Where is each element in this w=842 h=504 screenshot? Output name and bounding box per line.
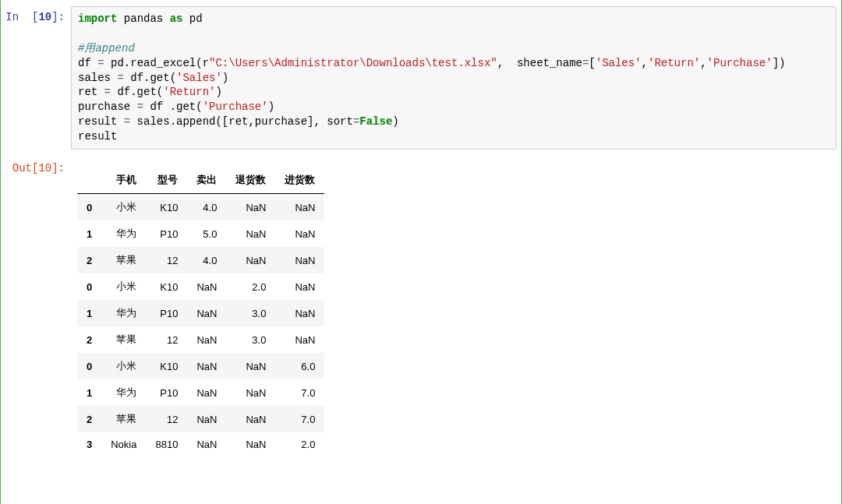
cell: 小米 xyxy=(101,273,146,300)
str-return: 'Return' xyxy=(163,86,215,98)
cell: 12 xyxy=(146,247,187,273)
code-text: pandas xyxy=(117,12,169,25)
cell: 12 xyxy=(146,406,187,432)
table-row: 1华为P10NaNNaN7.0 xyxy=(77,379,324,406)
code-text: df.get( xyxy=(111,86,163,98)
cell: NaN xyxy=(187,379,226,406)
code-text: purchase xyxy=(78,100,137,113)
code-comment: #用append xyxy=(78,42,135,55)
out-number: 10 xyxy=(38,162,51,174)
cell: 华为 xyxy=(101,379,146,406)
cell: 3.0 xyxy=(226,326,275,353)
code-text: ret xyxy=(78,86,104,98)
kw-import: import xyxy=(78,12,117,25)
kw-as: as xyxy=(170,12,183,25)
row-index: 2 xyxy=(77,326,101,353)
cell: NaN xyxy=(275,300,324,326)
cell: 3.0 xyxy=(226,300,275,326)
cell: 小米 xyxy=(101,353,146,379)
col-phone: 手机 xyxy=(101,167,146,194)
row-index: 0 xyxy=(77,353,101,379)
cell: NaN xyxy=(226,432,275,456)
table-row: 2苹果12NaN3.0NaN xyxy=(77,326,324,353)
cell: 12 xyxy=(146,326,187,353)
code-text: df.get( xyxy=(124,72,176,84)
cell: NaN xyxy=(226,353,275,379)
row-index: 1 xyxy=(77,379,101,406)
cell: 4.0 xyxy=(187,194,226,221)
cell: NaN xyxy=(187,300,226,326)
code-text: pd xyxy=(182,12,202,25)
cell: NaN xyxy=(226,406,275,432)
code-text: , xyxy=(700,57,706,69)
cell: NaN xyxy=(187,273,226,300)
cell: P10 xyxy=(146,300,187,326)
code-text: ]) xyxy=(773,57,786,69)
cell: NaN xyxy=(275,326,324,353)
cell: NaN xyxy=(275,273,324,300)
cell: NaN xyxy=(187,406,226,432)
op-eq: = xyxy=(117,72,123,84)
cell: K10 xyxy=(146,273,187,300)
table-row: 0小米K10NaN2.0NaN xyxy=(77,273,324,300)
input-cell: In [10]: import pandas as pd #用append df… xyxy=(1,6,841,150)
str-return: 'Return' xyxy=(648,57,700,69)
op-eq: = xyxy=(97,57,104,69)
output-prompt: Out[10]: xyxy=(1,157,71,456)
code-text: df .get( xyxy=(143,100,203,113)
cell: NaN xyxy=(187,432,226,456)
str-sales: 'Sales' xyxy=(176,72,222,84)
code-text: ) xyxy=(215,86,221,98)
str-sales: 'Sales' xyxy=(596,57,642,69)
in-bracket-close: ]: xyxy=(51,11,65,23)
row-index: 2 xyxy=(77,406,101,432)
cell: 苹果 xyxy=(101,326,146,353)
cell: NaN xyxy=(187,326,226,353)
code-text: ) xyxy=(222,72,228,84)
cell: K10 xyxy=(146,194,187,221)
col-index xyxy=(77,167,101,194)
code-text: df xyxy=(78,57,97,69)
cell: 6.0 xyxy=(275,353,324,379)
cell: 华为 xyxy=(101,220,146,247)
code-text: , sheet_name xyxy=(497,57,582,69)
code-text: r xyxy=(203,57,209,69)
cell: 7.0 xyxy=(275,406,324,432)
op-eq: = xyxy=(104,86,111,98)
str-path: "C:\Users\Administrator\Downloads\test.x… xyxy=(209,57,497,69)
col-purchases: 进货数 xyxy=(275,167,324,194)
row-index: 0 xyxy=(77,273,101,300)
row-index: 1 xyxy=(77,220,101,247)
cell: 苹果 xyxy=(101,406,146,432)
cell: 小米 xyxy=(101,194,146,221)
code-text: , xyxy=(642,57,648,69)
code-text: sales xyxy=(78,72,117,84)
cell: P10 xyxy=(146,220,187,247)
cell: NaN xyxy=(226,220,275,247)
op-eq: = xyxy=(137,100,143,113)
cell: 2.0 xyxy=(275,432,324,456)
str-purchase: 'Purchase' xyxy=(203,100,268,113)
col-sold: 卖出 xyxy=(187,167,226,194)
str-purchase: 'Purchase' xyxy=(707,57,773,69)
row-index: 1 xyxy=(77,300,101,326)
table-row: 3Nokia8810NaNNaN2.0 xyxy=(77,432,324,456)
code-text: sales.append([ret,purchase], sort xyxy=(130,115,353,128)
code-text: [ xyxy=(589,57,595,69)
cell: 2.0 xyxy=(226,273,275,300)
cell: 4.0 xyxy=(187,247,226,273)
in-number: 10 xyxy=(38,11,51,23)
table-row: 1华为P105.0NaNNaN xyxy=(77,220,324,247)
code-text: ) xyxy=(268,100,274,113)
input-prompt: In [10]: xyxy=(1,6,71,150)
table-row: 0小米K10NaNNaN6.0 xyxy=(77,353,324,379)
cell: NaN xyxy=(275,247,324,273)
code-editor[interactable]: import pandas as pd #用append df = pd.rea… xyxy=(71,6,837,150)
cell: NaN xyxy=(275,220,324,247)
col-model: 型号 xyxy=(146,167,187,194)
table-row: 1华为P10NaN3.0NaN xyxy=(77,300,324,326)
cell: NaN xyxy=(226,194,275,221)
col-returns: 退货数 xyxy=(226,167,275,194)
in-label: In xyxy=(5,11,25,23)
cell: Nokia xyxy=(101,432,146,456)
